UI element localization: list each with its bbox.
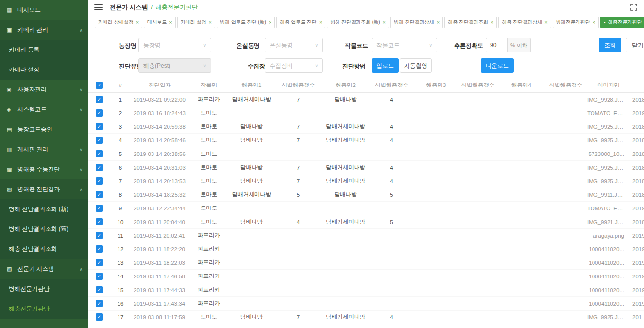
tab-close-icon[interactable]: × (136, 20, 139, 25)
row-checkbox[interactable]: ✓ (96, 259, 103, 266)
sidebar-item-label: 카메라 등록 (9, 46, 83, 54)
farm-name-select[interactable]: 농장명 ∨ (138, 38, 211, 52)
tab-3[interactable]: 병해 업로드 진단 (新)× (217, 17, 275, 28)
search-button[interactable]: 조회 (599, 38, 621, 52)
row-checkbox-cell: ✓ (88, 229, 110, 242)
row-checkbox[interactable]: ✓ (96, 123, 103, 130)
close-button[interactable]: 닫기 (626, 38, 644, 52)
table-row[interactable]: ✓152019-03-11 17:44:33파프리카1000411020...2… (88, 283, 644, 297)
table-cell: IMG_9911.JPG (587, 188, 630, 202)
row-checkbox[interactable]: ✓ (96, 164, 103, 171)
tab-close-icon[interactable]: × (437, 20, 440, 25)
select-all-checkbox[interactable]: ✓ (96, 82, 103, 89)
table-cell: 담배나방 (229, 311, 274, 324)
tab-4[interactable]: 해충 업로드 진단× (276, 17, 325, 28)
sidebar-item-diagnosis-results[interactable]: ▧병해충 진단결과∧ (0, 179, 88, 199)
table-row[interactable]: ✓72019-03-14 20:13:53토마토담배나방7담배거세미나방4IMG… (88, 174, 644, 188)
table-row[interactable]: ✓42019-03-14 20:58:46토마토담배나방7담배거세미나방4IMG… (88, 134, 644, 147)
row-checkbox[interactable]: ✓ (96, 150, 103, 157)
crop-code-select[interactable]: 작물코드 ∨ (372, 38, 437, 52)
tab-8[interactable]: 해충 진단결과상세× (498, 17, 551, 28)
table-row[interactable]: ✓52019-03-14 20:38:56토마토5723000_10...201… (88, 147, 644, 161)
sidebar-item-user-management[interactable]: ◉사용자관리∨ (0, 80, 88, 100)
chevron-down-icon: ∨ (429, 43, 432, 48)
sidebar-item-board-management[interactable]: ▥게시판 관리∨ (0, 139, 88, 159)
row-checkbox[interactable]: ✓ (96, 137, 103, 144)
greenhouse-select[interactable]: 온실동명 ∨ (265, 38, 323, 52)
sidebar-item-pest-results[interactable]: 해충 진단결과조회 (0, 239, 88, 259)
tab-close-icon[interactable]: × (593, 20, 595, 25)
table-cell (544, 242, 587, 256)
row-checkbox[interactable]: ✓ (96, 218, 103, 225)
tab-close-icon[interactable]: × (169, 20, 172, 25)
table-row[interactable]: ✓32019-03-14 20:59:38토마토담배나방7담배거세미나방4IMG… (88, 120, 644, 134)
equipment-select[interactable]: 수집장비 ∨ (265, 58, 323, 73)
row-checkbox[interactable]: ✓ (96, 313, 103, 321)
table-row[interactable]: ✓102019-03-11 20:04:40토마토담배나방4담배거세미나방5IM… (88, 215, 644, 229)
table-row[interactable]: ✓62019-03-14 20:31:03토마토담배나방7담배거세미나방4IMG… (88, 161, 644, 174)
tab-10-active[interactable]: ●해충전문가판단× (600, 17, 644, 28)
row-checkbox[interactable]: ✓ (96, 191, 103, 198)
sidebar-item-dashboard[interactable]: ▦대시보드 (0, 0, 88, 20)
row-checkbox[interactable]: ✓ (96, 232, 103, 239)
table-cell: 9 (110, 202, 131, 215)
table-row[interactable]: ✓112019-03-11 20:02:41파프리카aragaya.png201… (88, 229, 644, 242)
sidebar-item-camera-management[interactable]: ▣카메라 관리∧ (0, 20, 88, 40)
sidebar-item-pest-expert-judgment[interactable]: 해충전문가판단 (0, 299, 88, 319)
table-cell: 2019-03-12 22:34:44 (131, 202, 188, 215)
sidebar-item-camera-settings[interactable]: 카메라 설정 (0, 60, 88, 80)
sidebar-item-system-code[interactable]: ◈시스템코드∨ (0, 100, 88, 120)
tab-close-icon[interactable]: × (544, 20, 547, 25)
row-checkbox[interactable]: ✓ (96, 300, 103, 307)
table-row[interactable]: ✓22019-03-16 18:24:43토마토TOMATO_E_...2019 (88, 106, 644, 120)
table-cell: 10 (110, 215, 131, 229)
sidebar-item-farm-code-approval[interactable]: ▤농장코드승인 (0, 120, 88, 139)
sidebar-item-disease-results-old[interactable]: 병해 진단결과조회 (舊) (0, 219, 88, 239)
download-button[interactable]: 다운로드 (481, 58, 514, 73)
tab-close-icon[interactable]: × (491, 20, 493, 25)
accuracy-input[interactable] (486, 38, 508, 52)
table-row[interactable]: ✓142019-03-11 17:46:58파프리카1000411020...2… (88, 270, 644, 283)
tab-0[interactable]: 카메라 상세설정× (95, 17, 142, 28)
tab-close-icon[interactable]: × (208, 20, 211, 25)
tab-close-icon[interactable]: × (383, 20, 386, 25)
table-cell: 담배나방 (229, 134, 274, 147)
fullscreen-icon[interactable] (630, 4, 637, 11)
method-auto-button[interactable]: 자동촬영 (400, 58, 432, 73)
method-upload-button[interactable]: 업로드 (372, 58, 399, 73)
table-row[interactable]: ✓92019-03-12 22:34:44토마토TOMATO_E_...2019 (88, 202, 644, 215)
table-row[interactable]: ✓12019-03-21 09:22:00파프리카담배거세미나방7담배나방4IM… (88, 93, 644, 106)
row-checkbox[interactable]: ✓ (96, 286, 103, 293)
tab-close-icon[interactable]: × (319, 20, 322, 25)
table-cell (229, 147, 274, 161)
tab-6[interactable]: 병해 진단결과상세× (390, 17, 443, 28)
breadcrumb-root[interactable]: 전문가 시스템 (110, 3, 148, 12)
sidebar-item-disease-results-new[interactable]: 병해 진단결과조회 (新) (0, 199, 88, 219)
table-row[interactable]: ✓172019-03-08 11:17:59토마토담배나방7담배거세미나방4IM… (88, 311, 644, 324)
row-checkbox[interactable]: ✓ (96, 177, 103, 185)
tab-2[interactable]: 카메라 설정× (177, 17, 215, 28)
tab-9[interactable]: 병해전문가판단× (553, 17, 599, 28)
tab-5[interactable]: 병해 진단결과조회 (新)× (327, 17, 389, 28)
row-checkbox[interactable]: ✓ (96, 205, 103, 212)
row-checkbox[interactable]: ✓ (96, 109, 103, 117)
table-row[interactable]: ✓122019-03-11 18:22:20파프리카1000411020...2… (88, 242, 644, 256)
row-checkbox[interactable]: ✓ (96, 273, 103, 280)
row-checkbox[interactable]: ✓ (96, 96, 103, 103)
tab-close-icon[interactable]: × (269, 20, 271, 25)
table-row[interactable]: ✓82019-03-14 18:25:32토마토담배거세미나방5담배나방5IMG… (88, 188, 644, 202)
table-cell (274, 106, 322, 120)
row-checkbox[interactable]: ✓ (96, 245, 103, 253)
table-cell: 2019-03-21 09:22:00 (131, 93, 188, 106)
tab-7[interactable]: 해충 진단결과조회× (444, 17, 497, 28)
tab-1[interactable]: 대시보드× (144, 17, 175, 28)
table-cell: TOMATO_E_... (587, 202, 630, 215)
sidebar-item-camera-register[interactable]: 카메라 등록 (0, 40, 88, 60)
sidebar-item-disease-expert-judgment[interactable]: 병해전문가판단 (0, 279, 88, 299)
diagnosis-type-select[interactable]: 해충(Pest) ∨ (138, 58, 211, 73)
table-row[interactable]: ✓132019-03-11 18:22:03파프리카1000411020...2… (88, 256, 644, 270)
sidebar-item-manual-diagnosis[interactable]: ▩병해충 수동진단∨ (0, 159, 88, 179)
hamburger-menu-icon[interactable] (94, 4, 103, 10)
sidebar-item-expert-system[interactable]: ▨전문가 시스템∧ (0, 259, 88, 279)
table-row[interactable]: ✓162019-03-11 17:43:34파프리카1000411020...2… (88, 297, 644, 311)
